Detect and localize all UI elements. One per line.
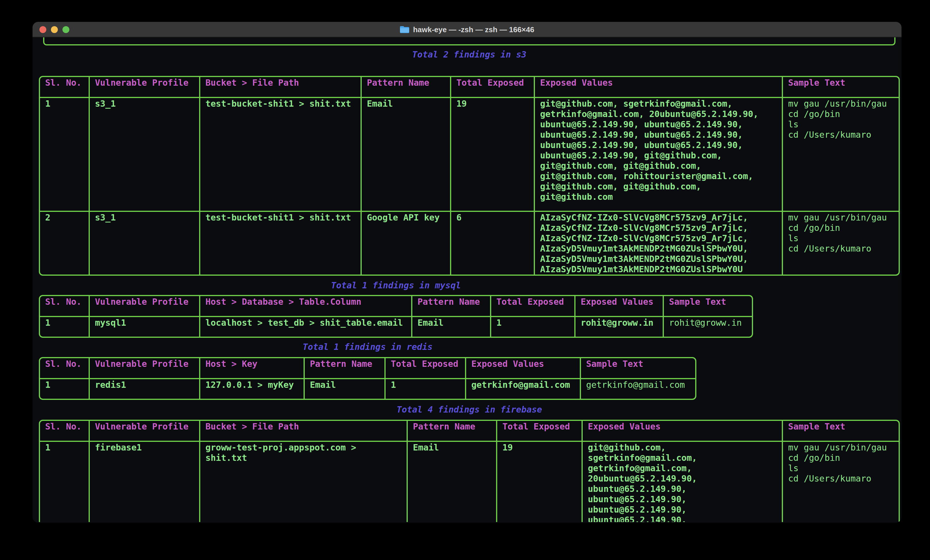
cell-path: groww-test-proj.appspot.com > shit.txt xyxy=(200,442,408,522)
column-header: Host > Database > Table.Column xyxy=(200,296,412,317)
cell-sample-text: mv gau /usr/bin/gau cd /go/bin ls cd /Us… xyxy=(783,98,899,212)
previous-table-bottom-border xyxy=(43,37,896,45)
column-header: Vulnerable Profile xyxy=(90,421,200,442)
column-header: Sample Text xyxy=(783,421,899,442)
cell-pattern: Email xyxy=(362,98,451,212)
column-header: Pattern Name xyxy=(412,296,491,317)
cell-pattern: Email xyxy=(408,442,497,522)
cell-total: 1 xyxy=(386,379,466,399)
column-header: Total Exposed xyxy=(451,77,535,98)
cell-exposed-values: git@github.com, sgetrkinfo@gmail.com, ge… xyxy=(583,442,783,522)
column-header: Sample Text xyxy=(783,77,899,98)
cell-sl-no: 1 xyxy=(40,379,90,399)
findings-table-mysql: Sl. No. Vulnerable Profile Host > Databa… xyxy=(39,295,753,338)
table-row: 1 s3_1 test-bucket-shit1 > shit.txt Emai… xyxy=(40,98,899,212)
column-header: Total Exposed xyxy=(497,421,583,442)
findings-table-s3: Sl. No. Vulnerable Profile Bucket > File… xyxy=(39,76,900,276)
column-header: Bucket > File Path xyxy=(200,421,408,442)
column-header: Sl. No. xyxy=(40,77,90,98)
column-header: Pattern Name xyxy=(408,421,497,442)
cell-exposed-values: git@github.com, sgetrkinfo@gmail.com, ge… xyxy=(535,98,783,212)
cell-sl-no: 1 xyxy=(40,98,90,212)
cell-profile: s3_1 xyxy=(90,212,200,275)
table-header-row: Sl. No. Vulnerable Profile Host > Key Pa… xyxy=(40,358,695,379)
window-titlebar[interactable]: hawk-eye — -zsh — zsh — 166×46 xyxy=(32,22,902,37)
cell-total: 1 xyxy=(491,317,576,337)
table-row: 2 s3_1 test-bucket-shit1 > shit.txt Goog… xyxy=(40,212,899,275)
column-header: Exposed Values xyxy=(535,77,783,98)
cell-pattern: Email xyxy=(305,379,386,399)
folder-icon xyxy=(400,26,410,33)
cell-exposed-values: getrkinfo@gmail.com xyxy=(466,379,581,399)
cell-pattern: Google API key xyxy=(362,212,451,275)
cell-sample-text: mv gau /usr/bin/gau cd /go/bin ls cd /Us… xyxy=(783,442,899,522)
column-header: Sl. No. xyxy=(40,421,90,442)
column-header: Sample Text xyxy=(581,358,695,379)
cell-sample-text: mv gau /usr/bin/gau cd /go/bin ls cd /Us… xyxy=(783,212,899,275)
cell-exposed-values: rohit@groww.in xyxy=(576,317,664,337)
window-title: hawk-eye — -zsh — zsh — 166×46 xyxy=(32,22,902,37)
column-header: Vulnerable Profile xyxy=(90,77,200,98)
cell-total: 19 xyxy=(451,98,535,212)
cell-host: 127.0.0.1 > myKey xyxy=(200,379,305,399)
section-heading-s3: Total 2 findings in s3 xyxy=(39,49,900,60)
table-row: 1 mysql1 localhost > test_db > shit_tabl… xyxy=(40,317,752,337)
cell-path: test-bucket-shit1 > shit.txt xyxy=(200,212,362,275)
findings-table-firebase: Sl. No. Vulnerable Profile Bucket > File… xyxy=(39,420,900,522)
column-header: Pattern Name xyxy=(362,77,451,98)
column-header: Vulnerable Profile xyxy=(90,296,200,317)
cell-profile: mysql1 xyxy=(90,317,200,337)
table-header-row: Sl. No. Vulnerable Profile Bucket > File… xyxy=(40,421,899,442)
cell-profile: s3_1 xyxy=(90,98,200,212)
terminal-window: hawk-eye — -zsh — zsh — 166×46 Total 2 f… xyxy=(32,22,902,523)
cell-sl-no: 2 xyxy=(40,212,90,275)
cell-profile: firebase1 xyxy=(90,442,200,522)
column-header: Sl. No. xyxy=(40,358,90,379)
cell-total: 19 xyxy=(497,442,583,522)
column-header: Exposed Values xyxy=(583,421,783,442)
section-heading-firebase: Total 4 findings in firebase xyxy=(39,405,900,415)
table-header-row: Sl. No. Vulnerable Profile Host > Databa… xyxy=(40,296,752,317)
column-header: Host > Key xyxy=(200,358,305,379)
section-heading-mysql: Total 1 findings in mysql xyxy=(39,280,753,291)
cell-sl-no: 1 xyxy=(40,442,90,522)
column-header: Exposed Values xyxy=(466,358,581,379)
cell-sample-text: rohit@groww.in xyxy=(664,317,752,337)
column-header: Exposed Values xyxy=(576,296,664,317)
cell-profile: redis1 xyxy=(90,379,200,399)
table-row: 1 firebase1 groww-test-proj.appspot.com … xyxy=(40,442,899,522)
column-header: Vulnerable Profile xyxy=(90,358,200,379)
column-header: Sl. No. xyxy=(40,296,90,317)
column-header: Bucket > File Path xyxy=(200,77,362,98)
cell-host: localhost > test_db > shit_table.email xyxy=(200,317,412,337)
cell-exposed-values: AIzaSyCfNZ-IZx0-SlVcVg8MCr575zv9_Ar7jLc,… xyxy=(535,212,783,275)
table-header-row: Sl. No. Vulnerable Profile Bucket > File… xyxy=(40,77,899,98)
terminal-screen[interactable]: Total 2 findings in s3 Sl. No. Vulnerabl… xyxy=(32,37,902,522)
column-header: Total Exposed xyxy=(491,296,576,317)
findings-table-redis: Sl. No. Vulnerable Profile Host > Key Pa… xyxy=(39,357,696,400)
column-header: Sample Text xyxy=(664,296,752,317)
table-row: 1 redis1 127.0.0.1 > myKey Email 1 getrk… xyxy=(40,379,695,399)
section-heading-redis: Total 1 findings in redis xyxy=(39,342,696,352)
window-title-text: hawk-eye — -zsh — zsh — 166×46 xyxy=(413,25,534,34)
column-header: Total Exposed xyxy=(386,358,466,379)
column-header: Pattern Name xyxy=(305,358,386,379)
cell-total: 6 xyxy=(451,212,535,275)
cell-path: test-bucket-shit1 > shit.txt xyxy=(200,98,362,212)
cell-sample-text: getrkinfo@gmail.com xyxy=(581,379,695,399)
cell-sl-no: 1 xyxy=(40,317,90,337)
cell-pattern: Email xyxy=(412,317,491,337)
